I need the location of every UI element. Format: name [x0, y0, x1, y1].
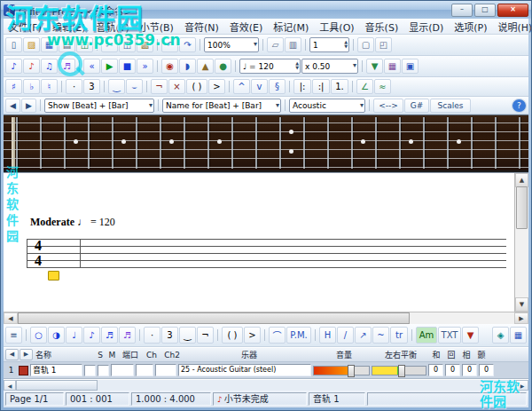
track-next-icon[interactable]: ▶: [20, 349, 33, 360]
export-icon[interactable]: ◫: [76, 37, 93, 52]
menu-music[interactable]: 音乐(S): [360, 19, 404, 35]
tie-icon[interactable]: ‿: [179, 327, 196, 344]
track-scroll-left-icon[interactable]: ◀: [4, 380, 16, 391]
rse-icon[interactable]: ◉: [161, 59, 178, 74]
menu-tools[interactable]: 工具(O): [314, 19, 359, 35]
menu-help[interactable]: 说明(H): [492, 19, 532, 35]
duration-thirtysecond-icon[interactable]: ♬: [119, 327, 136, 344]
page-layout-icon[interactable]: ▱: [267, 37, 284, 52]
volume-slider[interactable]: [313, 366, 370, 375]
arpeggio-icon[interactable]: §: [269, 79, 286, 94]
slur-icon[interactable]: ⌣: [126, 79, 143, 94]
menu-marker[interactable]: 标记(M): [268, 19, 314, 35]
accidental-flat-icon[interactable]: ♭: [23, 79, 40, 94]
marker-list-icon[interactable]: ▼: [366, 59, 383, 74]
keyboard-icon[interactable]: ▦: [510, 327, 527, 344]
scroll-right-icon[interactable]: ▶: [514, 312, 528, 324]
multivoice-icon[interactable]: ♫: [41, 59, 58, 74]
ending-icon[interactable]: 1.: [331, 79, 348, 94]
name-for-select[interactable]: Name for [Beat] + [Bar]: [162, 99, 281, 113]
horizontal-scrollbar[interactable]: ◀ ▶: [4, 312, 528, 324]
track-scroll-thumb[interactable]: [16, 380, 98, 391]
upstroke-icon[interactable]: ^: [233, 79, 250, 94]
accidental-sharp-icon[interactable]: ♯: [5, 79, 22, 94]
track-list-scrollbar[interactable]: ◀ ▶: [4, 379, 528, 391]
menu-bar[interactable]: 小节(B): [135, 19, 179, 35]
track-color-swatch[interactable]: [19, 366, 28, 375]
port-cell[interactable]: [111, 364, 134, 376]
tie-icon[interactable]: ‿: [108, 79, 125, 94]
dotted-icon[interactable]: ·: [144, 327, 160, 344]
fretboard[interactable]: [4, 115, 528, 172]
tempo-spinner[interactable]: ♩ = 120: [239, 59, 301, 74]
instrument-panel-icon[interactable]: ▣: [402, 59, 419, 74]
slide-icon[interactable]: /: [337, 327, 354, 344]
redo-icon[interactable]: ↷: [179, 37, 196, 52]
tuplet-icon[interactable]: 3: [161, 327, 178, 344]
dead-note-icon[interactable]: ×: [168, 79, 185, 94]
transpose-button[interactable]: <-->: [373, 99, 403, 113]
scroll-up-icon[interactable]: ▲: [515, 173, 528, 187]
let-ring-icon[interactable]: ⌒: [269, 327, 286, 344]
minimize-button[interactable]: –: [451, 4, 473, 17]
save-icon[interactable]: ▦: [41, 37, 58, 52]
ghost-note-icon[interactable]: ( ): [186, 79, 207, 94]
text-icon[interactable]: TXT: [438, 327, 461, 344]
menu-track[interactable]: 音轨(T): [90, 19, 134, 35]
track-scroll-right-icon[interactable]: ▶: [516, 380, 528, 391]
menu-view[interactable]: 显示(D): [403, 19, 449, 35]
brush-icon[interactable]: ≈: [374, 79, 391, 94]
scroll-track[interactable]: [410, 312, 514, 324]
pan-slider[interactable]: [372, 366, 426, 375]
duration-eighth-icon[interactable]: ♪: [83, 327, 100, 344]
selection-cursor[interactable]: [48, 271, 59, 281]
scales-button[interactable]: Scales: [430, 99, 471, 113]
track-number[interactable]: 1: [5, 366, 17, 375]
vertical-scroll-thumb[interactable]: [516, 186, 528, 229]
marker-icon[interactable]: ▼: [462, 327, 479, 344]
reverb-value[interactable]: 0: [445, 364, 460, 376]
note-input-icon[interactable]: ♪: [5, 59, 22, 74]
menu-edit[interactable]: 编辑(E): [47, 19, 91, 35]
tremolo-value[interactable]: 0: [479, 364, 494, 376]
channel2-cell[interactable]: [155, 364, 176, 376]
instrument-mode-select[interactable]: Acoustic: [289, 99, 365, 113]
fade-in-icon[interactable]: ∠: [356, 79, 373, 94]
score-area[interactable]: Moderate ♩ = 120 4 4: [4, 173, 515, 312]
countdown-icon[interactable]: ●: [215, 59, 231, 74]
chord-diagram-icon[interactable]: Am: [416, 327, 437, 344]
cursor-mode-icon[interactable]: ≡: [5, 327, 22, 344]
multitrack-view-icon[interactable]: ▥: [285, 37, 301, 52]
accent-icon[interactable]: >: [208, 79, 225, 94]
duration-sixteenth-icon[interactable]: ♬: [101, 327, 118, 344]
channel-cell[interactable]: [136, 364, 153, 376]
help-icon[interactable]: ?: [512, 99, 527, 113]
paste-icon[interactable]: ▧: [137, 37, 153, 52]
first-measure-icon[interactable]: «: [83, 59, 100, 74]
track-name[interactable]: 音轨 1: [30, 364, 82, 376]
duration-whole-icon[interactable]: ○: [30, 327, 47, 344]
chorus-value[interactable]: 0: [428, 364, 443, 376]
copy-icon[interactable]: ◫: [119, 37, 136, 52]
speaker-icon[interactable]: ◗: [179, 59, 196, 74]
maximize-button[interactable]: □: [474, 4, 496, 17]
tuplet-icon[interactable]: 3: [83, 79, 100, 94]
palm-mute-icon[interactable]: P.M.: [286, 327, 311, 344]
next-beat-icon[interactable]: ▶: [21, 99, 36, 113]
duration-quarter-icon[interactable]: ♩: [66, 327, 82, 344]
trill-icon[interactable]: tr: [390, 327, 408, 344]
cut-icon[interactable]: ✂: [101, 37, 118, 52]
page-number-spinner[interactable]: 1: [309, 37, 349, 52]
metronome-icon[interactable]: ▲: [197, 59, 214, 74]
mix-table-icon[interactable]: ▦: [384, 59, 401, 74]
scroll-down-icon[interactable]: ▼: [515, 297, 528, 312]
new-file-icon[interactable]: ▯: [5, 37, 22, 52]
close-button[interactable]: ×: [497, 4, 528, 17]
phaser-value[interactable]: 0: [462, 364, 477, 376]
zoom-select[interactable]: 100%: [204, 37, 259, 52]
rest-icon[interactable]: ¬: [197, 327, 214, 344]
last-measure-icon[interactable]: »: [137, 59, 153, 74]
rest-icon[interactable]: ¬: [151, 79, 168, 94]
bend-icon[interactable]: ↗: [355, 327, 372, 344]
repeat-open-icon[interactable]: |:: [293, 79, 311, 94]
